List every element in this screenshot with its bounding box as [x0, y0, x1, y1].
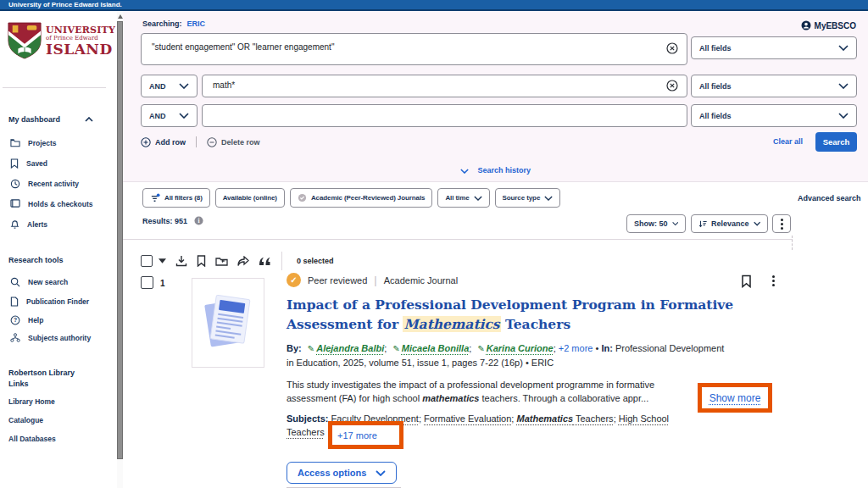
result-checkbox[interactable] — [141, 276, 153, 289]
sidebar-item-recent-activity[interactable]: Recent activity — [10, 179, 79, 189]
chevron-down-icon — [376, 470, 386, 476]
chevron-down-icon — [179, 113, 189, 119]
sidebar-link-all-databases[interactable]: All Databases — [8, 435, 56, 443]
select-all-checkbox[interactable] — [141, 255, 153, 267]
sidebar-item-holds-checkouts[interactable]: Holds & checkouts — [10, 199, 93, 208]
kebab-icon — [781, 219, 783, 230]
chevron-down-icon — [179, 83, 189, 89]
plus-circle-icon — [141, 137, 151, 147]
clear-input-2-icon[interactable] — [666, 80, 678, 92]
search-history-toggle[interactable]: Search history — [123, 166, 868, 175]
search-input-2[interactable] — [202, 75, 687, 97]
chevron-up-icon — [85, 117, 93, 122]
field-select-2[interactable]: All fields — [691, 75, 857, 97]
account-icon — [801, 20, 811, 30]
result-title[interactable]: Impact of a Professional Development Pro… — [287, 295, 733, 334]
result-abstract: This study investigates the impact of a … — [287, 379, 654, 405]
divider — [123, 239, 793, 240]
result-index: 1 — [160, 279, 165, 288]
delete-row-button[interactable]: Delete row — [207, 137, 260, 147]
minus-circle-icon — [207, 137, 217, 147]
result-byline: By: ✎Alejandra Balbi; ✎Micaela Bonilla; … — [287, 341, 724, 370]
chevron-down-icon — [460, 169, 469, 174]
all-time-chip[interactable]: All time — [437, 188, 489, 208]
search-button[interactable]: Search — [815, 132, 857, 152]
source-type-chip[interactable]: Source type — [495, 188, 561, 208]
peer-reviewed-journals-chip[interactable]: Academic (Peer-Reviewed) Journals — [290, 188, 433, 208]
search-input-3[interactable] — [202, 104, 687, 127]
operator-select-3[interactable]: AND — [141, 104, 198, 127]
more-authors-link[interactable]: +2 more — [559, 343, 593, 353]
sidebar-link-catalogue[interactable]: Catalogue — [8, 416, 43, 424]
sidebar-heading-dashboard[interactable]: My dashboard — [8, 115, 97, 124]
access-options-button[interactable]: Access options — [287, 462, 397, 484]
more-subjects-link[interactable]: +17 more — [332, 430, 377, 441]
upei-logo[interactable]: UNIVERSITY of Prince Edward ISLAND — [8, 22, 115, 59]
results-count: Results: 951 i — [142, 216, 203, 225]
sidebar-item-projects[interactable]: Projects — [10, 138, 57, 147]
field-select-3[interactable]: All fields — [691, 104, 857, 127]
filter-icon — [150, 193, 160, 203]
more-options-button[interactable] — [772, 214, 791, 233]
show-more-link[interactable]: Show more — [709, 392, 761, 404]
share-icon[interactable] — [237, 256, 249, 267]
scroll-hint — [792, 236, 793, 250]
sidebar-item-publication-finder[interactable]: Publication Finder — [10, 297, 89, 307]
history-icon — [10, 179, 20, 189]
check-circle-icon — [298, 193, 307, 202]
all-filters-chip[interactable]: All filters (8) — [142, 188, 210, 208]
sidebar-item-subjects-authority[interactable]: Subjects authority — [10, 333, 91, 342]
sidebar-item-help[interactable]: ? Help — [10, 315, 43, 325]
field-select-1[interactable]: All fields — [691, 36, 857, 59]
search-input-2-value: math* — [213, 80, 235, 90]
subject-link[interactable]: Formative Evaluation — [424, 413, 511, 424]
subject-link[interactable]: Teachers — [287, 427, 325, 437]
author-link[interactable]: Micaela Bonilla — [402, 343, 469, 353]
scrollbar-thumb[interactable] — [117, 21, 123, 459]
upei-shield-icon — [8, 22, 42, 59]
sidebar-item-new-search[interactable]: New search — [10, 277, 68, 287]
document-thumbnail-icon — [201, 291, 255, 355]
show-per-page-select[interactable]: Show: 50 — [626, 214, 686, 233]
divider — [281, 252, 282, 270]
bookmark-result-icon[interactable] — [741, 274, 752, 288]
subject-link[interactable]: High School — [619, 413, 669, 424]
sidebar-item-saved[interactable]: Saved — [10, 158, 47, 169]
chevron-down-icon — [838, 113, 849, 119]
book-icon — [10, 199, 20, 208]
chevron-down-icon — [544, 196, 553, 201]
result-thumbnail[interactable] — [192, 278, 264, 368]
results-toolbar: 0 selected — [141, 252, 334, 270]
database-link[interactable]: ERIC — [187, 19, 206, 28]
result-more-options-icon[interactable] — [772, 275, 775, 286]
document-icon — [10, 297, 19, 307]
sidebar-item-alerts[interactable]: Alerts — [10, 219, 47, 230]
search-input-1-value: "student engagement" OR "learner engagem… — [152, 42, 334, 52]
cite-icon[interactable] — [259, 257, 271, 266]
advanced-search-link[interactable]: Advanced search — [798, 194, 861, 202]
top-bar: University of Prince Edward Island. — [0, 0, 868, 11]
sidebar-link-library-home[interactable]: Library Home — [8, 397, 55, 406]
available-online-chip[interactable]: Available (online) — [215, 188, 285, 208]
divider: | — [374, 274, 376, 286]
clear-all-button[interactable]: Clear all — [773, 137, 803, 146]
author-link[interactable]: Karina Curione — [487, 343, 554, 353]
operator-select-2[interactable]: AND — [141, 75, 198, 97]
chevron-down-icon — [838, 45, 849, 51]
peer-reviewed-label: Peer reviewed — [308, 275, 367, 286]
search-icon — [10, 277, 20, 287]
select-dropdown-icon[interactable] — [159, 258, 166, 263]
clear-input-1-icon[interactable] — [666, 42, 678, 54]
sort-select[interactable]: Relevance — [691, 214, 768, 233]
add-to-folder-icon[interactable] — [215, 256, 228, 266]
download-icon[interactable] — [175, 255, 187, 267]
chevron-down-icon — [474, 196, 482, 201]
info-icon[interactable]: i — [194, 216, 203, 225]
bookmark-icon[interactable] — [197, 255, 206, 267]
sidebar: UNIVERSITY of Prince Edward ISLAND My da… — [0, 11, 117, 488]
myebsco-button[interactable]: MyEBSCO — [801, 20, 856, 30]
sort-icon — [698, 219, 707, 229]
author-link[interactable]: Alejandra Balbi — [316, 343, 384, 353]
add-row-button[interactable]: Add row — [141, 137, 186, 147]
result-badges: ✓ Peer reviewed | Academic Journal — [287, 273, 458, 287]
